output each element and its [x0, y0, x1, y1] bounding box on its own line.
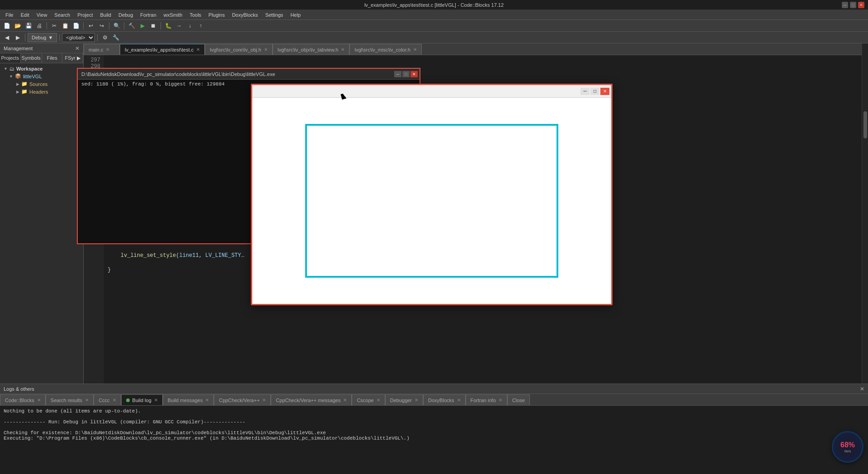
- bottom-tab-close-cppcheck[interactable]: ✕: [262, 398, 266, 403]
- menu-search[interactable]: Search: [51, 11, 74, 19]
- bottom-tab-close-cppcheck-messages[interactable]: ✕: [343, 398, 347, 403]
- menu-fortran[interactable]: Fortran: [137, 11, 160, 19]
- extra-toolbar-btn-2[interactable]: 🔧: [111, 33, 121, 42]
- nav-forward-button[interactable]: ▶: [13, 33, 23, 42]
- app-window-controls: ─ □ ✕: [580, 88, 609, 95]
- sidebar-tab-symbols[interactable]: Symbols: [21, 53, 42, 63]
- console-minimize-button[interactable]: ─: [394, 71, 401, 77]
- editor-scrollbar[interactable]: [862, 43, 868, 384]
- bottom-tab-close[interactable]: Close: [507, 394, 530, 405]
- tree-workspace[interactable]: ▼ 🗂 Workspace: [2, 65, 81, 72]
- run-button[interactable]: ▶: [137, 21, 147, 30]
- bottom-tab-doxyblocks[interactable]: DoxyBlocks ✕: [423, 394, 465, 405]
- save-button[interactable]: 💾: [24, 21, 33, 30]
- step-in-button[interactable]: ↓: [185, 21, 195, 30]
- bottom-tab-close-cccc[interactable]: ✕: [113, 398, 116, 403]
- menu-tools[interactable]: Tools: [186, 11, 205, 19]
- menu-view[interactable]: View: [33, 11, 51, 19]
- bottom-tab-close-doxyblocks[interactable]: ✕: [457, 398, 461, 403]
- tree-sources-folder[interactable]: ▶ 📁 Sources: [2, 80, 81, 88]
- bottom-tab-cppcheck[interactable]: CppCheck/Vera++ ✕: [214, 394, 271, 405]
- menu-plugins[interactable]: Plugins: [205, 11, 228, 19]
- tab-close-test-c[interactable]: ✕: [196, 47, 200, 52]
- bottom-tab-close-build-log[interactable]: ✕: [154, 398, 158, 403]
- editor-tab-lv-tabview-h[interactable]: lvgl\src\lv_objx\lv_tabview.h ✕: [273, 44, 350, 55]
- menu-file[interactable]: File: [2, 11, 17, 19]
- close-button[interactable]: ✕: [858, 2, 864, 8]
- paste-button[interactable]: 📄: [71, 21, 81, 30]
- open-file-button[interactable]: 📂: [13, 21, 23, 30]
- tab-close-lv-tabview-h[interactable]: ✕: [341, 47, 344, 52]
- app-minimize-button[interactable]: ─: [580, 88, 590, 95]
- logs-panel-close[interactable]: ✕: [860, 386, 864, 392]
- menu-debug[interactable]: Debug: [115, 11, 137, 19]
- toolbar-row-1: 📄 📂 💾 🖨 ✂ 📋 📄 ↩ ↪ 🔍 🔨 ▶ ⏹ 🐛 → ↓ ↑: [0, 20, 868, 32]
- menu-edit[interactable]: Edit: [17, 11, 33, 19]
- build-log-line-2: [4, 414, 864, 419]
- menu-build[interactable]: Build: [96, 11, 114, 19]
- console-maximize-button[interactable]: □: [402, 71, 410, 77]
- tree-project[interactable]: ▼ 📦 littleVGL: [2, 72, 81, 80]
- app-maximize-button[interactable]: □: [590, 88, 599, 95]
- toolbar-separator-3: [109, 22, 109, 29]
- extra-toolbar-btn-1[interactable]: ⚙: [100, 33, 110, 42]
- nav-back-button[interactable]: ◀: [2, 33, 12, 42]
- search-toolbar-button[interactable]: 🔍: [112, 21, 122, 30]
- bottom-tab-search-results[interactable]: Search results ✕: [46, 394, 94, 405]
- app-window[interactable]: ─ □ ✕: [251, 84, 613, 305]
- management-close-button[interactable]: ✕: [75, 45, 80, 52]
- tab-label-lv-color-h: lvgl\src\lv_misc\lv_color.h: [354, 47, 410, 52]
- editor-tab-lv-color-h[interactable]: lvgl\src\lv_misc\lv_color.h ✕: [349, 44, 421, 55]
- editor-tab-main-c[interactable]: main.c ✕: [84, 44, 120, 55]
- bottom-tab-close-search-results[interactable]: ✕: [85, 398, 89, 403]
- bottom-tab-build-messages[interactable]: Build messages ✕: [163, 394, 214, 405]
- stop-button[interactable]: ⏹: [148, 21, 158, 30]
- sidebar-tab-projects[interactable]: Projects: [0, 53, 21, 63]
- scrollbar-thumb[interactable]: [863, 111, 867, 138]
- sidebar-tab-files[interactable]: Files: [42, 53, 63, 63]
- sidebar-tab-fsyr[interactable]: FSyr ▶: [62, 53, 83, 63]
- build-button[interactable]: 🔨: [127, 21, 137, 30]
- copy-button[interactable]: 📋: [60, 21, 70, 30]
- logs-panel-bar: Logs & others ✕: [0, 384, 868, 394]
- bottom-tab-close-cscope[interactable]: ✕: [377, 398, 380, 403]
- bottom-tab-close-codeblocks[interactable]: ✕: [37, 398, 41, 403]
- bottom-tab-close-debugger[interactable]: ✕: [415, 398, 418, 403]
- bottom-tab-close-fortran[interactable]: ✕: [499, 398, 502, 403]
- bottom-tab-build-log[interactable]: Build log ✕: [121, 394, 163, 405]
- console-close-button[interactable]: ✕: [410, 71, 418, 77]
- bottom-tab-cppcheck-messages[interactable]: CppCheck/Vera++ messages ✕: [271, 394, 352, 405]
- maximize-button[interactable]: □: [850, 2, 856, 8]
- bottom-tab-cscope[interactable]: Cscope ✕: [352, 394, 385, 405]
- debug-dropdown-button[interactable]: Debug ▼: [28, 33, 57, 42]
- tab-close-main-c[interactable]: ✕: [106, 47, 109, 52]
- tree-headers-folder[interactable]: ▶ 📁 Headers: [2, 88, 81, 95]
- tab-close-lv-color-h[interactable]: ✕: [413, 47, 417, 52]
- menu-wxsmith[interactable]: wxSmith: [160, 11, 186, 19]
- menu-project[interactable]: Project: [74, 11, 96, 19]
- redo-button[interactable]: ↪: [97, 21, 107, 30]
- step-out-button[interactable]: ↑: [196, 21, 206, 30]
- bottom-tab-codeblocks[interactable]: Code::Blocks ✕: [0, 394, 46, 405]
- cut-button[interactable]: ✂: [49, 21, 59, 30]
- new-file-button[interactable]: 📄: [2, 21, 12, 30]
- bottom-tab-fortran[interactable]: Fortran info ✕: [466, 394, 507, 405]
- menu-help[interactable]: Help: [287, 11, 304, 19]
- minimize-button[interactable]: ─: [842, 2, 848, 8]
- bottom-tab-cccc[interactable]: Cccc ✕: [94, 394, 121, 405]
- bottom-tab-debugger[interactable]: Debugger ✕: [385, 394, 423, 405]
- print-button[interactable]: 🖨: [34, 21, 44, 30]
- editor-tab-lv-obj-h[interactable]: lvgl\src\lv_core\lv_obj.h ✕: [205, 44, 273, 55]
- bottom-tab-close-build-messages[interactable]: ✕: [205, 398, 209, 403]
- app-close-button[interactable]: ✕: [600, 88, 609, 95]
- window-title: lv_examples\lv_apps\test\test.c [littleV…: [4, 2, 864, 8]
- tab-close-lv-obj-h[interactable]: ✕: [264, 47, 268, 52]
- menu-doxyblocks[interactable]: DoxyBlocks: [228, 11, 261, 19]
- debug-start-button[interactable]: 🐛: [163, 21, 173, 30]
- undo-button[interactable]: ↩: [86, 21, 96, 30]
- editor-tab-test-c[interactable]: lv_examples\lv_apps\test\test.c ✕: [120, 44, 205, 55]
- global-scope-dropdown[interactable]: <global>: [62, 33, 95, 42]
- tab-label-test-c: lv_examples\lv_apps\test\test.c: [125, 47, 193, 52]
- step-over-button[interactable]: →: [174, 21, 184, 30]
- menu-settings[interactable]: Settings: [262, 11, 287, 19]
